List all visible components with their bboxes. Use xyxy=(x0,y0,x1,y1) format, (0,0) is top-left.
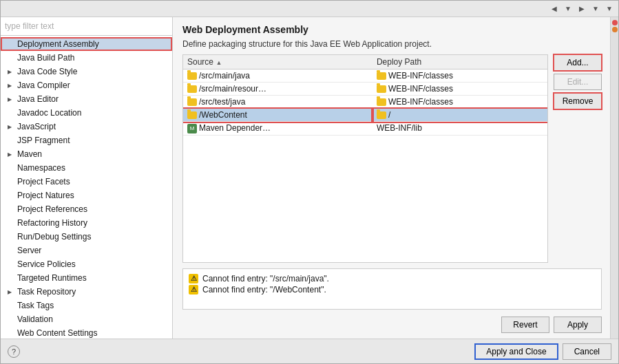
sidebar-item-label: Maven xyxy=(17,149,42,159)
sidebar-item-label: JSP Fragment xyxy=(17,136,70,145)
sidebar-item-java-editor[interactable]: Java Editor xyxy=(1,92,172,106)
warning-line: ⚠Cannot find entry: "/src/main/java". xyxy=(189,273,596,284)
sidebar-item-validation[interactable]: Validation xyxy=(1,312,172,326)
source-text: Maven Depender… xyxy=(199,123,271,133)
back-dropdown-button[interactable]: ▼ xyxy=(562,3,574,15)
sidebar-item-label: Java Code Style xyxy=(17,67,77,76)
sidebar-item-java-compiler[interactable]: Java Compiler xyxy=(1,78,172,92)
sidebar-item-project-natures[interactable]: Project Natures xyxy=(1,189,172,202)
deploy-text: WEB-INF/classes xyxy=(388,97,453,107)
sidebar-item-task-repository[interactable]: Task Repository xyxy=(1,285,172,299)
warning-text: Cannot find entry: "/src/main/java". xyxy=(202,274,329,283)
left-panel: Deployment AssemblyJava Build PathJava C… xyxy=(1,17,173,339)
footer-left: ? xyxy=(8,345,20,358)
help-icon[interactable]: ? xyxy=(8,345,20,358)
table-row[interactable]: MMaven Depender…WEB-INF/lib xyxy=(183,122,547,136)
add-button[interactable]: Add... xyxy=(554,54,602,71)
sidebar-item-label: Run/Debug Settings xyxy=(17,232,91,242)
apply-button[interactable]: Apply xyxy=(554,317,602,333)
sidebar-item-javadoc-location[interactable]: Javadoc Location xyxy=(1,106,172,120)
table-row[interactable]: /WebContent/ xyxy=(183,109,547,122)
sidebar-item-jsp-fragment[interactable]: JSP Fragment xyxy=(1,133,172,147)
sidebar-item-label: Java Compiler xyxy=(17,81,70,90)
sidebar-item-web-content-settings[interactable]: Web Content Settings xyxy=(1,326,172,339)
warning-line: ⚠Cannot find entry: "/WebContent". xyxy=(189,284,596,295)
sort-arrow-source: ▲ xyxy=(216,59,222,66)
search-input[interactable] xyxy=(1,17,172,35)
sidebar-item-javascript[interactable]: JavaScript xyxy=(1,120,172,133)
properties-dialog: ◀ ▼ ▶ ▼ ▼ Deployment AssemblyJava Build … xyxy=(0,0,619,364)
sidebar-item-maven[interactable]: Maven xyxy=(1,147,172,161)
folder-icon xyxy=(377,111,386,119)
remove-button[interactable]: Remove xyxy=(554,93,602,109)
source-text: /src/main/resour… xyxy=(199,84,266,94)
side-buttons: Add... Edit... Remove xyxy=(554,54,602,263)
search-box xyxy=(1,17,172,36)
sidebar-item-label: Task Tags xyxy=(17,301,54,310)
back-button[interactable]: ◀ xyxy=(548,3,560,15)
table-container: Source ▲ Deploy Path /src/main/javaWEB-I… xyxy=(182,54,548,263)
panel-desc: Define packaging structure for this Java… xyxy=(182,39,602,49)
content-area: Deployment AssemblyJava Build PathJava C… xyxy=(1,17,618,339)
footer-bar: ? Apply and Close Cancel xyxy=(1,339,618,363)
warning-text: Cannot find entry: "/WebContent". xyxy=(202,285,326,295)
sidebar-item-label: Server xyxy=(17,246,41,255)
folder-icon xyxy=(377,72,386,80)
deploy-text: / xyxy=(388,110,390,120)
source-text: /src/test/java xyxy=(199,97,245,107)
deploy-text: WEB-INF/lib xyxy=(377,123,422,133)
footer-right: Apply and Close Cancel xyxy=(474,343,611,360)
sidebar-item-java-build-path[interactable]: Java Build Path xyxy=(1,51,172,65)
table-and-buttons: Source ▲ Deploy Path /src/main/javaWEB-I… xyxy=(182,54,602,263)
warnings-area: ⚠Cannot find entry: "/src/main/java".⚠Ca… xyxy=(182,268,602,310)
edit-button[interactable]: Edit... xyxy=(554,74,602,90)
sidebar-item-project-facets[interactable]: Project Facets xyxy=(1,175,172,189)
sidebar-item-label: Namespaces xyxy=(17,163,65,173)
sidebar-item-run/debug-settings[interactable]: Run/Debug Settings xyxy=(1,230,172,244)
folder-icon xyxy=(187,72,197,80)
col-deploy: Deploy Path xyxy=(373,55,547,69)
table-row[interactable]: /src/test/javaWEB-INF/classes xyxy=(183,96,547,109)
warning-icon: ⚠ xyxy=(189,285,198,295)
sidebar-item-label: Deployment Assembly xyxy=(17,39,99,49)
folder-icon xyxy=(377,98,386,106)
sidebar-item-namespaces[interactable]: Namespaces xyxy=(1,161,172,175)
folder-icon xyxy=(187,111,197,119)
cancel-button[interactable]: Cancel xyxy=(563,343,611,360)
revert-button[interactable]: Revert xyxy=(501,317,549,333)
menu-dropdown-button[interactable]: ▼ xyxy=(603,3,616,15)
table-row[interactable]: /src/main/resour…WEB-INF/classes xyxy=(183,83,547,96)
sidebar-item-refactoring-history[interactable]: Refactoring History xyxy=(1,216,172,230)
forward-button[interactable]: ▶ xyxy=(576,3,588,15)
apply-close-button[interactable]: Apply and Close xyxy=(474,343,558,360)
bottom-buttons: Revert Apply xyxy=(182,314,602,333)
right-edge-strip xyxy=(610,17,618,339)
sidebar-item-label: JavaScript xyxy=(17,122,56,131)
sidebar-item-label: Java Build Path xyxy=(17,53,74,63)
folder-icon xyxy=(187,85,197,93)
col-source: Source ▲ xyxy=(183,55,373,69)
sidebar-item-java-code-style[interactable]: Java Code Style xyxy=(1,65,172,78)
panel-title: Web Deployment Assembly xyxy=(182,24,602,35)
forward-dropdown-button[interactable]: ▼ xyxy=(589,3,602,15)
sidebar-item-label: Service Policies xyxy=(17,259,76,269)
right-panel: Web Deployment Assembly Define packaging… xyxy=(173,17,610,339)
assembly-table: Source ▲ Deploy Path /src/main/javaWEB-I… xyxy=(183,55,547,136)
sidebar-item-service-policies[interactable]: Service Policies xyxy=(1,257,172,271)
sidebar-item-task-tags[interactable]: Task Tags xyxy=(1,299,172,312)
sidebar-item-label: Task Repository xyxy=(17,287,76,297)
sidebar-item-targeted-runtimes[interactable]: Targeted Runtimes xyxy=(1,271,172,285)
sidebar-item-server[interactable]: Server xyxy=(1,244,172,257)
table-row[interactable]: /src/main/javaWEB-INF/classes xyxy=(183,69,547,83)
folder-icon xyxy=(187,98,197,106)
sidebar-item-project-references[interactable]: Project References xyxy=(1,202,172,216)
sidebar-item-label: Project Facets xyxy=(17,177,70,186)
sidebar-item-deployment-assembly[interactable]: Deployment Assembly xyxy=(1,37,172,51)
source-text: /WebContent xyxy=(199,110,247,120)
sidebar-item-label: Project References xyxy=(17,204,87,214)
deploy-text: WEB-INF/classes xyxy=(388,84,453,94)
maven-icon: M xyxy=(187,124,197,133)
sidebar-item-label: Targeted Runtimes xyxy=(17,273,87,283)
sidebar-item-label: Validation xyxy=(17,314,53,324)
source-text: /src/main/java xyxy=(199,71,250,81)
